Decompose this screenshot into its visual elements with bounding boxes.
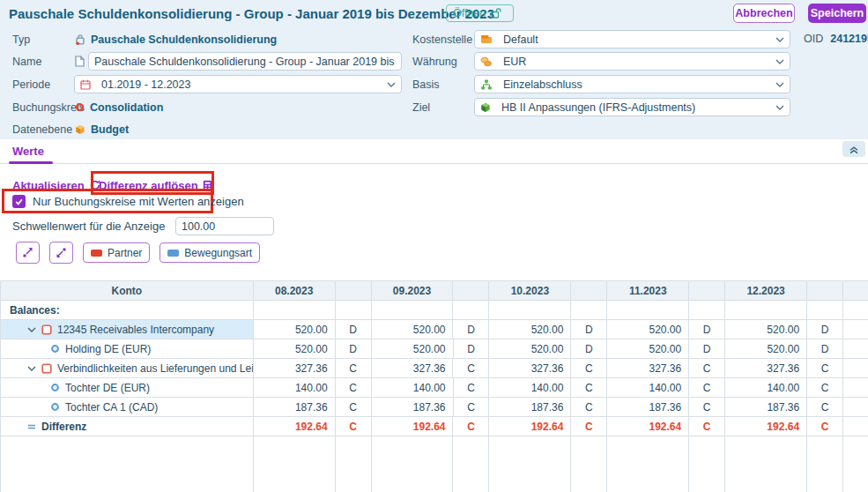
field-row-name: Name [12, 52, 41, 71]
debit-credit-cell: D [807, 320, 843, 339]
month-header-cell[interactable]: 08.2023 [254, 281, 336, 300]
resolve-difference-icon [203, 180, 212, 191]
value-cell: 192.64 [372, 417, 454, 436]
movement-type-button[interactable]: Bewegungsart [160, 242, 260, 263]
value-cell [372, 301, 454, 319]
dc-header-cell [336, 281, 372, 300]
cost-center-icon [480, 34, 493, 44]
debit-credit-cell [571, 301, 607, 319]
basis-select[interactable]: Einzelabschluss [474, 75, 790, 93]
debit-credit-cell: D [454, 339, 490, 358]
chevron-down-icon [775, 82, 784, 87]
value-cell: 187.36 [725, 398, 807, 416]
filler-cell [843, 398, 868, 416]
debit-credit-cell: C [454, 398, 490, 416]
debit-credit-cell: D [453, 320, 489, 339]
table-row[interactable]: Differenz192.64C192.64C192.64C192.64C192… [1, 417, 868, 436]
open-button[interactable]: Öffnen [446, 4, 514, 22]
typ-value-row: Pauschale Schuldenkonsolidierung [75, 30, 277, 48]
threshold-input[interactable] [175, 217, 274, 235]
debit-credit-cell: C [807, 417, 843, 436]
debit-credit-cell: D [807, 339, 843, 358]
debit-credit-cell: C [807, 398, 843, 416]
filler-cell [843, 359, 868, 377]
debit-credit-cell: C [453, 417, 489, 436]
threshold-label: Schwellenwert für die Anzeige [12, 220, 165, 233]
debit-credit-cell: C [807, 359, 843, 377]
oid-row: OID2412195 [804, 30, 868, 48]
value-cell: 520.00 [489, 320, 571, 339]
resolve-difference-link[interactable]: Differenz auflösen [99, 179, 218, 192]
filler-cell [336, 436, 372, 492]
datenebene-value-row: Budget [75, 120, 129, 138]
value-cell: 520.00 [372, 339, 454, 358]
collapse-all-button[interactable] [49, 242, 73, 264]
value-cell: 520.00 [725, 320, 807, 339]
filler-cell [843, 339, 868, 358]
expand-arrows-icon [22, 247, 33, 258]
double-chevron-up-icon [849, 144, 859, 154]
collapse-panel-button[interactable] [842, 141, 865, 157]
month-header-cell[interactable]: 11.2023 [607, 281, 689, 300]
value-cell: 327.36 [725, 359, 807, 377]
filler-cell [843, 320, 868, 339]
table-row[interactable]: Tochter CA 1 (CAD)187.36C187.36C187.36C1… [1, 398, 868, 417]
company-icon [50, 344, 60, 354]
month-header-cell[interactable]: 12.2023 [725, 281, 807, 300]
value-cell: 520.00 [607, 320, 689, 339]
waehrung-select[interactable]: EUR [474, 52, 790, 71]
table-row[interactable]: Tochter DE (EUR)140.00C140.00C140.00C140… [1, 378, 868, 398]
table-row[interactable]: Holding DE (EUR)520.00D520.00D520.00D520… [1, 339, 868, 359]
month-header-cell[interactable]: 09.2023 [372, 281, 454, 300]
dc-header-cell [689, 281, 725, 300]
expand-all-button[interactable] [16, 242, 40, 264]
partner-button[interactable]: Partner [83, 242, 150, 263]
periode-select[interactable]: 01.2019 - 12.2023 [74, 75, 402, 93]
company-icon [50, 402, 60, 412]
debit-credit-cell: D [336, 320, 372, 339]
buchungskreis-value: Consolidation [90, 101, 163, 114]
save-button[interactable]: Speichern [808, 4, 866, 23]
debit-credit-cell: C [689, 417, 725, 436]
table-header-row: Konto08.202309.202310.202311.202312.2023 [1, 281, 868, 301]
kostenstelle-select[interactable]: Default [474, 30, 790, 48]
tab-active-underline [9, 161, 53, 164]
debit-credit-cell: D [689, 320, 725, 339]
oid-label: OID [804, 33, 823, 45]
tab-werte[interactable]: Werte [12, 142, 44, 161]
dc-header-cell [807, 281, 843, 300]
debit-credit-cell: C [336, 359, 372, 377]
consolidation-circle-icon [75, 102, 85, 112]
row-label: Tochter DE (EUR) [65, 382, 150, 394]
cancel-button[interactable]: Abbrechen [733, 4, 795, 23]
row-expand-chevron-icon[interactable] [27, 327, 36, 332]
value-cell: 140.00 [489, 378, 571, 397]
datenebene-label: Datenebene [12, 123, 72, 136]
partner-swatch-icon [91, 250, 102, 257]
table-row[interactable]: 12345 Receivables Intercompany520.00D520… [1, 320, 868, 339]
table-row[interactable]: Balances: [1, 301, 868, 320]
konto-header-cell[interactable]: Konto [1, 281, 254, 300]
buchungskreis-value-row: Consolidation [75, 98, 163, 116]
oid-value: 2412195 [830, 33, 868, 45]
values-only-checkbox[interactable] [12, 195, 26, 208]
field-row-waehrung: Währung [412, 52, 457, 71]
refresh-link[interactable]: Aktualisieren [12, 179, 107, 192]
filler-cell [843, 417, 868, 436]
table-row[interactable]: Verbindlichkeiten aus Lieferungen und Le… [1, 359, 868, 378]
table-toolbar: Partner Bewegungsart [16, 242, 260, 264]
debit-credit-cell: C [689, 378, 725, 397]
ziel-select[interactable]: HB II Anpassungen (IFRS-Adjustments) [474, 98, 790, 116]
movement-swatch-icon [167, 250, 179, 257]
row-expand-chevron-icon[interactable] [27, 366, 36, 371]
equals-icon [27, 423, 36, 430]
value-cell: 187.36 [372, 398, 454, 416]
chevron-down-icon [387, 82, 396, 87]
name-input[interactable] [88, 52, 402, 71]
field-row-typ: Typ [12, 30, 30, 48]
debit-credit-cell: D [571, 339, 607, 358]
open-button-label: Öffnen [453, 7, 486, 19]
month-header-cell[interactable]: 10.2023 [489, 281, 571, 300]
value-cell: 140.00 [607, 378, 689, 397]
value-cell: 520.00 [607, 339, 689, 358]
